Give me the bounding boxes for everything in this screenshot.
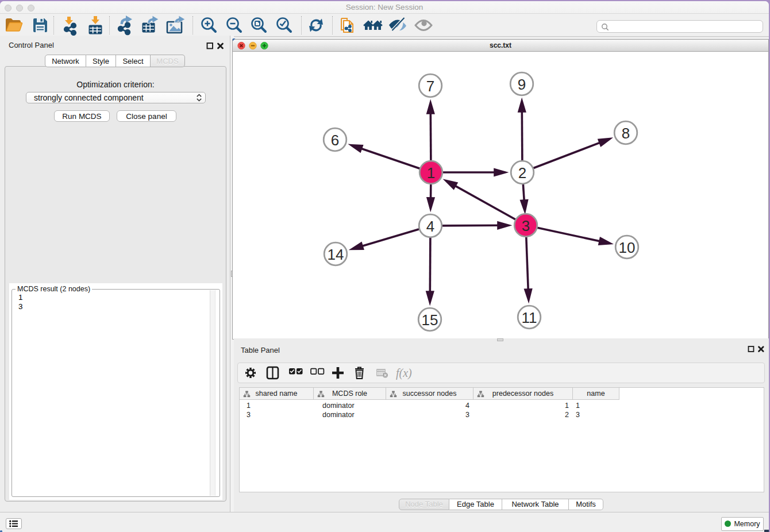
svg-text:9: 9 [518,76,526,93]
svg-text:10: 10 [619,239,636,256]
svg-text:2: 2 [518,164,526,182]
svg-text:3: 3 [522,217,530,234]
svg-text:15: 15 [422,311,438,329]
svg-text:4: 4 [426,218,434,235]
svg-text:f(x): f(x) [396,367,412,380]
svg-text:11: 11 [522,309,537,326]
svg-text:8: 8 [622,125,630,142]
svg-text:6: 6 [331,132,339,149]
svg-text:14: 14 [328,246,344,263]
svg-text:7: 7 [426,78,434,95]
svg-text:1: 1 [427,164,435,182]
